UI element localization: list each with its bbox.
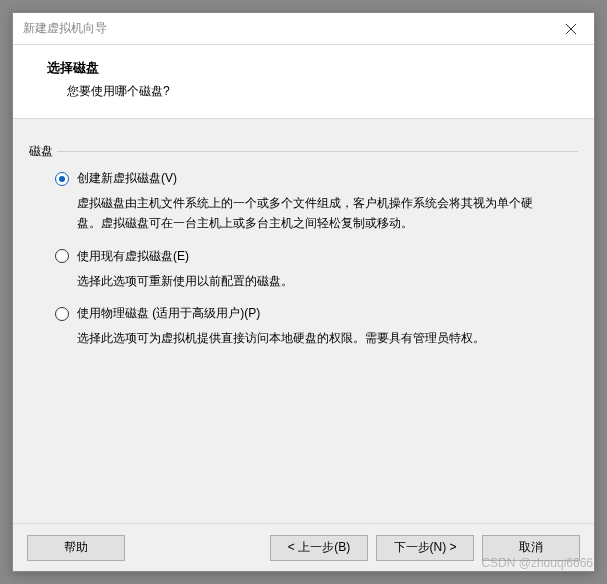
option-description: 选择此选项可为虚拟机提供直接访问本地硬盘的权限。需要具有管理员特权。 bbox=[77, 328, 540, 348]
radio-icon bbox=[55, 172, 69, 186]
option-label: 创建新虚拟磁盘(V) bbox=[77, 170, 177, 187]
radio-create-new-disk[interactable]: 创建新虚拟磁盘(V) bbox=[55, 170, 568, 187]
option-use-physical-disk: 使用物理磁盘 (适用于高级用户)(P) 选择此选项可为虚拟机提供直接访问本地硬盘… bbox=[55, 305, 568, 348]
disk-groupbox: 磁盘 创建新虚拟磁盘(V) 虚拟磁盘由主机文件系统上的一个或多个文件组成，客户机… bbox=[29, 143, 578, 349]
radio-icon bbox=[55, 249, 69, 263]
cancel-button[interactable]: 取消 bbox=[482, 535, 580, 561]
back-button[interactable]: < 上一步(B) bbox=[270, 535, 368, 561]
option-label: 使用物理磁盘 (适用于高级用户)(P) bbox=[77, 305, 260, 322]
wizard-body: 磁盘 创建新虚拟磁盘(V) 虚拟磁盘由主机文件系统上的一个或多个文件组成，客户机… bbox=[13, 119, 594, 523]
radio-icon bbox=[55, 307, 69, 321]
group-divider bbox=[29, 151, 578, 152]
wizard-footer: 帮助 < 上一步(B) 下一步(N) > 取消 bbox=[13, 523, 594, 571]
close-icon bbox=[566, 24, 576, 34]
option-use-existing-disk: 使用现有虚拟磁盘(E) 选择此选项可重新使用以前配置的磁盘。 bbox=[55, 248, 568, 291]
wizard-header: 选择磁盘 您要使用哪个磁盘? bbox=[13, 45, 594, 119]
titlebar: 新建虚拟机向导 bbox=[13, 13, 594, 45]
radio-use-existing-disk[interactable]: 使用现有虚拟磁盘(E) bbox=[55, 248, 568, 265]
option-label: 使用现有虚拟磁盘(E) bbox=[77, 248, 189, 265]
option-description: 虚拟磁盘由主机文件系统上的一个或多个文件组成，客户机操作系统会将其视为单个硬盘。… bbox=[77, 193, 540, 234]
disk-options: 创建新虚拟磁盘(V) 虚拟磁盘由主机文件系统上的一个或多个文件组成，客户机操作系… bbox=[29, 160, 578, 349]
window-title: 新建虚拟机向导 bbox=[13, 20, 548, 37]
help-button[interactable]: 帮助 bbox=[27, 535, 125, 561]
option-create-new-disk: 创建新虚拟磁盘(V) 虚拟磁盘由主机文件系统上的一个或多个文件组成，客户机操作系… bbox=[55, 170, 568, 234]
next-button[interactable]: 下一步(N) > bbox=[376, 535, 474, 561]
wizard-window: 新建虚拟机向导 选择磁盘 您要使用哪个磁盘? 磁盘 创建新虚拟磁盘(V) 虚拟磁… bbox=[12, 12, 595, 572]
page-subtitle: 您要使用哪个磁盘? bbox=[13, 83, 594, 100]
close-button[interactable] bbox=[548, 13, 594, 45]
radio-use-physical-disk[interactable]: 使用物理磁盘 (适用于高级用户)(P) bbox=[55, 305, 568, 322]
group-label: 磁盘 bbox=[29, 143, 57, 160]
option-description: 选择此选项可重新使用以前配置的磁盘。 bbox=[77, 271, 540, 291]
page-title: 选择磁盘 bbox=[13, 59, 594, 77]
